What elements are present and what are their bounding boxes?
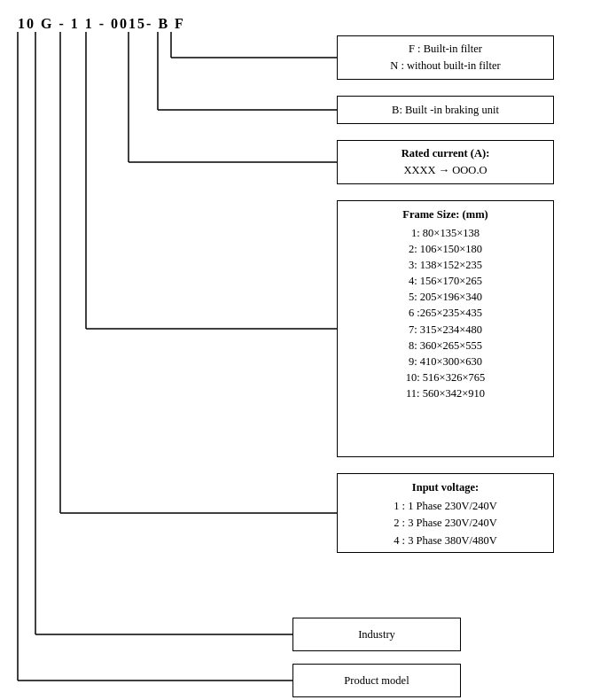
- model-code: 10 G - 1 1 - 0015- B F: [18, 16, 185, 32]
- frame-item: 6 :265×235×435: [406, 305, 485, 321]
- braking-box: B: Built -in braking unit: [337, 96, 554, 124]
- voltage-items: 1 : 1 Phase 230V/240V2 : 3 Phase 230V/24…: [394, 498, 497, 549]
- rated-box: Rated current (A): XXXX → OOO.O: [337, 140, 554, 184]
- industry-box: Industry: [292, 618, 461, 651]
- frame-item: 4: 156×170×265: [406, 273, 485, 289]
- rated-line1: Rated current (A):: [402, 145, 490, 162]
- voltage-item: 2 : 3 Phase 230V/240V: [394, 515, 497, 532]
- frame-items: 1: 80×135×1382: 106×150×1803: 138×152×23…: [406, 225, 485, 401]
- voltage-title: Input voltage:: [412, 479, 479, 496]
- frame-item: 11: 560×342×910: [406, 385, 485, 401]
- frame-item: 1: 80×135×138: [406, 225, 485, 241]
- frame-item: 3: 138×152×235: [406, 257, 485, 273]
- braking-text: B: Built -in braking unit: [392, 102, 499, 119]
- rated-line2: XXXX → OOO.O: [403, 162, 487, 179]
- frame-box: Frame Size: (mm) 1: 80×135×1382: 106×150…: [337, 200, 554, 457]
- product-text: Product model: [344, 673, 409, 689]
- industry-text: Industry: [358, 626, 395, 643]
- frame-item: 2: 106×150×180: [406, 241, 485, 257]
- filter-box: F : Built-in filter N : without built-in…: [337, 35, 554, 80]
- product-box: Product model: [292, 664, 461, 697]
- voltage-item: 1 : 1 Phase 230V/240V: [394, 498, 497, 515]
- frame-item: 9: 410×300×630: [406, 354, 485, 369]
- filter-line2: N : without built-in filter: [390, 58, 500, 74]
- frame-title: Frame Size: (mm): [402, 206, 487, 223]
- frame-item: 10: 516×326×765: [406, 369, 485, 385]
- frame-item: 8: 360×265×555: [406, 338, 485, 354]
- voltage-box: Input voltage: 1 : 1 Phase 230V/240V2 : …: [337, 473, 554, 553]
- frame-item: 7: 315×234×480: [406, 322, 485, 338]
- filter-line1: F : Built-in filter: [409, 41, 482, 58]
- voltage-item: 4 : 3 Phase 380V/480V: [394, 533, 497, 549]
- frame-item: 5: 205×196×340: [406, 289, 485, 305]
